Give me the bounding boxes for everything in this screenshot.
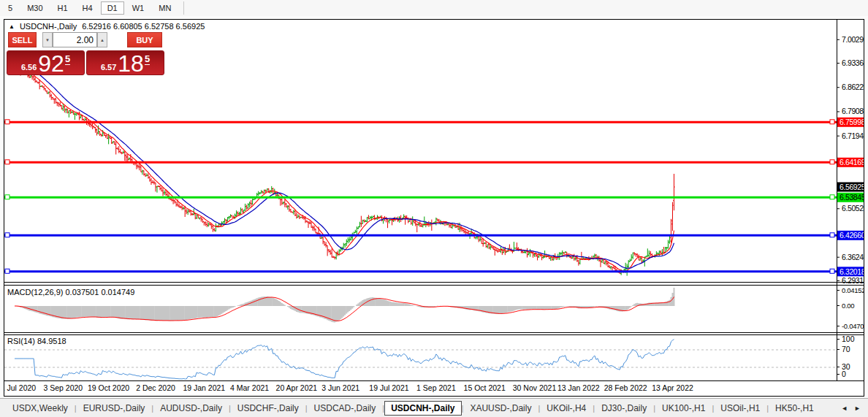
timeframe-h1[interactable]: H1 [51,1,75,15]
hline-handle-right-6.42660[interactable] [830,233,834,237]
chart-ohlc-values: 6.52916 6.60805 6.52758 6.56925 [82,22,205,31]
price-tick-label: 6.29310 [842,276,864,285]
tab-usoil-h1[interactable]: USOil-,H1 [714,401,766,416]
date-label: 19 Oct 2020 [88,383,129,392]
tab-audusd-daily[interactable]: AUDUSD-,Daily [153,401,229,416]
tab-ukoil-h4[interactable]: UKOil-,H4 [540,401,593,416]
date-label: 21 Jul 2020 [4,383,36,392]
timeframe-5[interactable]: 5 [1,1,19,15]
price-tick-label: 6.79080 [842,107,864,115]
tab-usdchf-daily[interactable]: USDCHF-,Daily [231,401,305,416]
collapse-chart-icon[interactable]: ▲ [9,23,15,30]
price-tick-label: 7.00290 [842,35,864,44]
buy-button[interactable]: BUY [127,32,162,47]
date-label: 30 Nov 2021 [513,383,557,392]
rsi-axis-label: 100 [842,334,855,343]
hline-handle-left-6.64169[interactable] [5,160,9,164]
hline-handle-left-6.42660[interactable] [5,233,9,237]
timeframe-toolbar: 5M30H1H4D1W1MN [0,0,868,16]
buy-price-prefix: 6.57 [101,63,116,72]
buy-price-box[interactable]: 6.57 18 5 [86,50,164,75]
hline-handle-right-6.75998[interactable] [830,120,834,124]
timeframe-d1[interactable]: D1 [101,1,124,15]
buy-price-big: 18 [118,53,144,74]
sell-price-pip: 5 [65,53,70,65]
macd-axis-label: -0.04707 [842,322,864,330]
chart-header: ▲ USDCNH-,Daily 6.52916 6.60805 6.52758 … [9,22,205,31]
date-label: 2 Dec 2020 [136,383,175,392]
chevron-up-icon: ▲ [100,38,104,42]
tabbar-scroll: ◄ ► [841,405,868,412]
chart-symbol-label: USDCNH-,Daily [20,22,77,31]
tab-eurusd-daily[interactable]: EURUSD-,Daily [77,401,152,416]
volume-decrement-button[interactable]: ▼ [42,32,53,47]
date-label: 19 Jan 2021 [183,383,225,392]
price-tick-label: 6.71940 [842,131,864,140]
trade-panel: SELL ▼ ▲ BUY 6.56 92 5 6.57 18 5 [7,32,167,76]
sell-price-box[interactable]: 6.56 92 5 [7,50,85,75]
date-label: 3 Sep 2020 [43,383,83,392]
price-tick-label: 6.93360 [842,58,864,67]
chevron-down-icon: ▼ [45,38,50,42]
macd-label: MACD(12,26,9) 0.037501 0.014749 [7,288,134,297]
rsi-axis-label: 70 [842,345,850,353]
hline-handle-left-6.75998[interactable] [5,120,9,124]
date-label: 4 Mar 2021 [230,383,269,392]
hline-handle-right-6.32018[interactable] [830,269,834,273]
rsi-label: RSI(14) 84.9518 [7,337,66,345]
tab-uk100-h1[interactable]: UK100-,H1 [655,401,712,416]
hline-handle-right-6.64169[interactable] [830,160,834,164]
sell-price-prefix: 6.56 [21,63,37,72]
level-badge-6.64169-text: 6.64169 [840,158,864,167]
tabbar-wrap: USDX,Weekly|EURUSD-,Daily|AUDUSD-,Daily|… [0,398,868,417]
hline-handle-right-6.53845[interactable] [830,195,834,199]
level-badge-6.32018-text: 6.32018 [840,267,864,276]
timeframe-w1[interactable]: W1 [126,1,151,15]
macd-axis-label: 0.00 [842,302,854,310]
volume-increment-button[interactable]: ▲ [97,32,107,47]
timeframe-mn[interactable]: MN [152,1,178,15]
mt4-screen: 5M30H1H4D1W1MN 7.002906.933606.862206.79… [0,0,868,417]
date-label: 28 Feb 2022 [604,383,647,392]
date-label: 13 Apr 2022 [652,383,693,392]
timeframe-m30[interactable]: M30 [20,1,49,15]
level-badge-6.42660-text: 6.42660 [840,231,864,240]
tabs-scroll-right-icon[interactable]: ► [854,405,861,412]
sell-button[interactable]: SELL [8,32,37,47]
candles-up [21,67,671,276]
tab-usdx-weekly[interactable]: USDX,Weekly [6,401,75,416]
price-tick-label: 6.50520 [842,204,864,213]
volume-input[interactable] [53,32,97,47]
toolbar-separator [183,1,184,15]
tab-xauusd-daily[interactable]: XAUUSD-,Daily [463,401,538,416]
price-tick-label: 6.86220 [842,83,864,91]
timeframe-h4[interactable]: H4 [76,1,99,15]
buy-price-pip: 5 [145,53,150,65]
symbol-tabbar: USDX,Weekly|EURUSD-,Daily|AUDUSD-,Daily|… [0,400,821,416]
tab-usdcnh-daily[interactable]: USDCNH-,Daily [384,401,461,416]
date-label: 19 Jul 2021 [369,383,408,392]
tab-hk50-h1[interactable]: HK50-,H1 [769,401,821,416]
rsi-axis-label: 0 [842,370,846,378]
date-label: 13 Jan 2022 [557,383,600,392]
level-badge-6.75998-text: 6.75998 [840,118,864,126]
ma-slow-line [38,73,674,268]
hline-handle-left-6.53845[interactable] [5,195,9,199]
sell-price-big: 92 [38,53,64,74]
date-label: 1 Sep 2021 [416,383,456,392]
level-badge-6.53845-text: 6.53845 [840,193,864,202]
chart-window: 7.002906.933606.862206.790806.719406.505… [4,19,864,397]
date-label: 20 Apr 2021 [276,383,318,392]
rsi-line [15,340,674,379]
tabs-scroll-left-icon[interactable]: ◄ [841,405,848,412]
current-price-badge-text: 6.56925 [840,183,864,191]
date-label: 15 Oct 2021 [464,383,506,392]
hline-handle-left-6.32018[interactable] [5,269,9,273]
date-label: 3 Jun 2021 [321,383,359,392]
price-tick-label: 6.36240 [842,253,864,261]
tab-usdcad-daily[interactable]: USDCAD-,Daily [308,401,383,416]
candles-down [14,60,675,273]
tab-dj30-daily[interactable]: DJ30-,Daily [595,401,653,416]
macd-axis-label: 0.041528 [842,286,864,294]
